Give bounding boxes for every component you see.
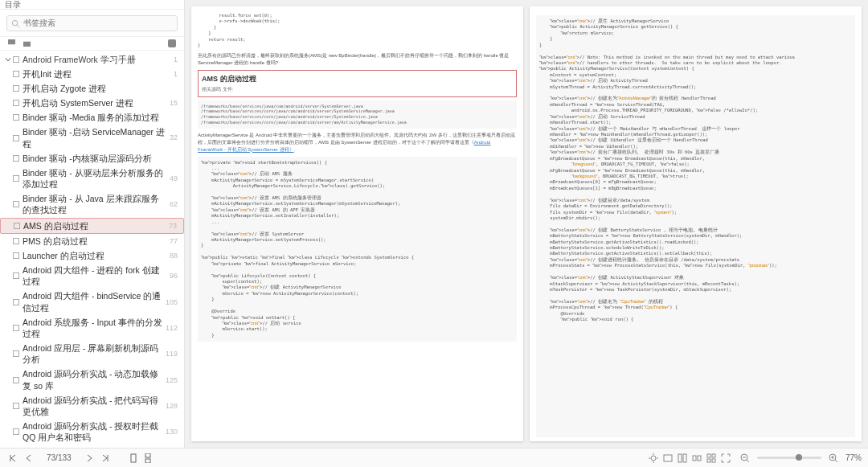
svg-rect-3 <box>145 459 150 463</box>
section-heading-box: AMS 的启动过程 相关源码 文件: <box>198 70 517 97</box>
svg-rect-7 <box>683 454 686 462</box>
sidebar-item[interactable]: AMS 的启动过程73 <box>0 218 184 234</box>
sidebar-item-label: Android 应用层 - 屏幕刷新机制源码分析 <box>23 342 162 365</box>
toolbar-icon[interactable] <box>8 39 15 47</box>
first-page-button[interactable] <box>6 452 19 465</box>
view-mode-icon[interactable] <box>677 453 688 464</box>
section-subtitle: 相关源码 文件: <box>202 86 513 93</box>
reading-mode-icon[interactable] <box>662 453 674 464</box>
sidebar-item-page: 96 <box>170 271 178 281</box>
sidebar-item-page: 49 <box>170 174 178 183</box>
grid-view-icon[interactable] <box>706 453 717 464</box>
sidebar-item[interactable]: 开机Init 进程1 <box>0 67 184 81</box>
sidebar-item[interactable]: Binder 驱动 -Media 服务的添加过程 <box>0 110 184 125</box>
footer-bar: 73/133 77% <box>0 448 868 467</box>
sidebar-item-page: 105 <box>166 297 178 307</box>
zoom-out-button[interactable] <box>739 453 751 464</box>
sidebar-item-label: 开机启动 SystemServer 进程 <box>23 97 166 109</box>
svg-rect-2 <box>145 453 150 457</box>
sidebar-item-page: 88 <box>170 251 178 260</box>
sidebar-item-page: 73 <box>169 221 177 231</box>
search-input[interactable] <box>6 15 178 31</box>
chevron-down-icon <box>5 56 11 63</box>
svg-point-4 <box>651 456 656 461</box>
sidebar-item-label: AMS 的启动过程 <box>23 220 166 231</box>
sidebar-item[interactable]: Binder 驱动 -启动 ServiceManager 进程32 <box>0 125 184 150</box>
page-right: "kw">class="cmt">// 原生 ActivityManagerSe… <box>530 6 862 441</box>
sidebar-item-label: 开机Init 进程 <box>23 68 170 80</box>
code-block: "kw">private "kw">void startBootstrapSer… <box>201 160 514 339</box>
source-files: /frameworks/base/services/java/com/andro… <box>201 104 514 125</box>
sidebar-item-label: Binder 驱动 -内核驱动层源码分析 <box>23 153 174 164</box>
sidebar-item[interactable]: 开机启动 Zygote 进程 <box>0 81 184 96</box>
sidebar-item-page: 32 <box>170 133 178 142</box>
sidebar-item[interactable]: Android 四大组件 - 进程的 fork 创建过程96 <box>0 263 184 289</box>
sidebar-item-page: 128 <box>166 401 178 411</box>
sidebar-item[interactable]: Android 四大组件 - bindService 的通信过程105 <box>0 289 184 314</box>
code-block: "kw">class="cmt">// 原生 ActivityManagerSe… <box>539 18 852 323</box>
zoom-level: 77% <box>845 453 862 462</box>
svg-rect-5 <box>664 455 672 461</box>
sidebar-item-label: Android 系统服务 - Input 事件的分发过程 <box>23 317 162 339</box>
sidebar-item[interactable]: Android 系统服务 - Input 事件的分发过程112 <box>0 315 184 341</box>
continuous-view-button[interactable] <box>142 453 154 464</box>
sidebar-item[interactable]: Binder 驱动 -内核驱动层源码分析 <box>0 151 184 166</box>
svg-rect-6 <box>678 454 682 462</box>
svg-rect-1 <box>131 454 136 462</box>
toolbar-icon[interactable] <box>23 39 31 47</box>
sidebar-header: 目录 <box>0 0 184 10</box>
sidebar-item-label: 开机启动 Zygote 进程 <box>23 83 174 94</box>
last-page-button[interactable] <box>99 452 112 465</box>
single-page-view-button[interactable] <box>128 453 139 464</box>
prev-page-button[interactable] <box>23 452 35 465</box>
sidebar-item-page: 15 <box>170 98 178 108</box>
sidebar-item-page: 62 <box>170 199 178 209</box>
sidebar-item[interactable]: Android 源码分析实战 - 动态加载修复 so 库125 <box>0 367 184 392</box>
sidebar-item-label: Android 四大组件 - 进程的 fork 创建过程 <box>23 264 166 287</box>
sidebar-item[interactable]: Android 应用层 - 屏幕刷新机制源码分析119 <box>0 341 184 367</box>
brightness-icon[interactable] <box>648 453 659 464</box>
view-mode-icon[interactable] <box>691 453 702 464</box>
bookmark-tree: Android FrameWork 学习手册 1 开机Init 进程1开机启动 … <box>0 51 184 449</box>
fullscreen-icon[interactable] <box>720 453 731 464</box>
sidebar-item-page: 125 <box>166 375 178 385</box>
svg-rect-12 <box>707 459 710 462</box>
sidebar-item-label: Binder 驱动 -启动 ServiceManager 进程 <box>23 126 166 149</box>
sidebar-item-label: Android 源码分析实战 - 把代码写得更优雅 <box>23 395 162 417</box>
svg-rect-8 <box>693 456 696 461</box>
document-viewer: result.force_set(0); e->refs->decWeak(th… <box>185 0 868 448</box>
code-block: result.force_set(0); e->refs->decWeak(th… <box>198 13 517 49</box>
sidebar-item-page: 130 <box>166 427 178 436</box>
paragraph: 至此所有的源码已分析清楚，最终获取到的系统服务(AMS)是 new BpBind… <box>198 52 517 67</box>
sidebar-item-label: PMS 的启动过程 <box>23 236 166 247</box>
section-heading: AMS 的启动过程 <box>202 74 513 84</box>
toolbar-icon[interactable] <box>168 39 176 47</box>
sidebar-item[interactable]: Binder 驱动 - 从驱动层来分析服务的添加过程49 <box>0 166 184 191</box>
next-page-button[interactable] <box>83 452 96 465</box>
sidebar-item-page: 77 <box>170 236 178 246</box>
sidebar-item[interactable]: PMS 的启动过程77 <box>0 234 184 248</box>
sidebar-item[interactable]: Binder 驱动 - 从 Java 层来跟踪服务的查找过程62 <box>0 191 184 217</box>
sidebar-item-label: Android 四大组件 - bindService 的通信过程 <box>23 290 162 313</box>
sidebar-item[interactable]: Android 源码分析实战 - 授权时拦截 QQ 用户名和密码130 <box>0 419 184 444</box>
sidebar-item-label: Binder 驱动 -Media 服务的添加过程 <box>23 112 174 123</box>
sidebar-item-label: Android 源码分析实战 - 授权时拦截 QQ 用户名和密码 <box>23 420 162 443</box>
zoom-slider[interactable] <box>757 457 821 459</box>
sidebar-item-label: Android 源码分析实战 - 动态加载修复 so 库 <box>23 368 162 391</box>
sidebar-item-label: Binder 驱动 - 从驱动层来分析服务的添加过程 <box>23 167 166 190</box>
sidebar-item-page: 1 <box>174 69 178 79</box>
tree-root[interactable]: Android FrameWork 学习手册 1 <box>0 52 184 67</box>
sidebar-toolbar <box>0 36 184 51</box>
sidebar-item[interactable]: 开机启动 SystemServer 进程15 <box>0 96 184 110</box>
sidebar-item-label: Binder 驱动 - 从 Java 层来跟踪服务的查找过程 <box>23 193 166 215</box>
zoom-in-button[interactable] <box>828 453 839 464</box>
sidebar-item[interactable]: Launcher 的启动过程88 <box>0 248 184 263</box>
sidebar-item-page: 119 <box>166 349 178 358</box>
page-left: result.force_set(0); e->refs->decWeak(th… <box>191 6 523 441</box>
sidebar-item-label: Launcher 的启动过程 <box>23 250 166 261</box>
svg-rect-9 <box>698 456 701 461</box>
sidebar-title: 目录 <box>5 0 21 10</box>
sidebar-item[interactable]: Android 源码分析实战 - 把代码写得更优雅128 <box>0 393 184 419</box>
sidebar-item-page: 112 <box>166 323 178 333</box>
paragraph: ActivityManagerService 是 Android 中非常重要的一… <box>198 132 517 154</box>
